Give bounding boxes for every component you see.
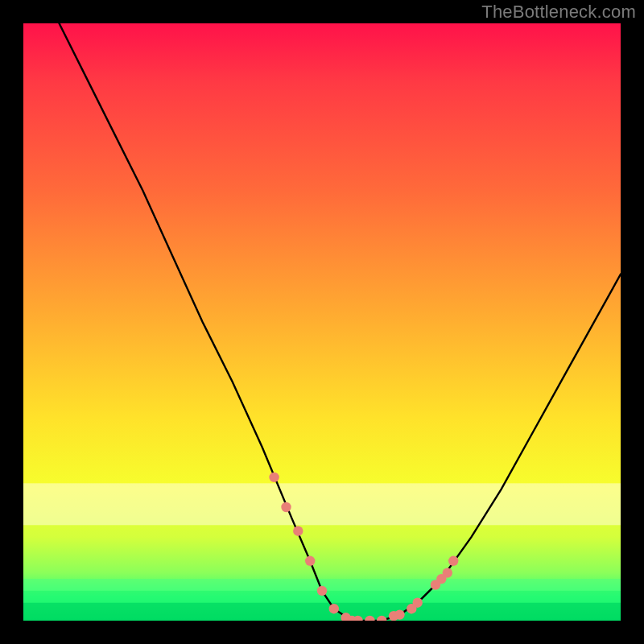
- svg-rect-0: [23, 483, 621, 525]
- svg-point-4: [269, 473, 279, 482]
- overlay-bands: [23, 483, 621, 621]
- svg-point-7: [305, 556, 315, 566]
- chart-svg: [23, 23, 621, 621]
- svg-point-22: [448, 556, 458, 566]
- svg-point-9: [329, 604, 339, 613]
- svg-point-16: [394, 609, 404, 619]
- svg-point-21: [443, 568, 452, 577]
- watermark-text: TheBottleneck.com: [481, 2, 636, 23]
- svg-point-8: [317, 586, 327, 596]
- svg-point-6: [293, 526, 303, 536]
- svg-rect-3: [23, 603, 621, 621]
- bottleneck-curve: [60, 23, 621, 621]
- svg-point-5: [281, 502, 291, 512]
- svg-point-18: [413, 598, 423, 608]
- chart-frame: [23, 23, 621, 621]
